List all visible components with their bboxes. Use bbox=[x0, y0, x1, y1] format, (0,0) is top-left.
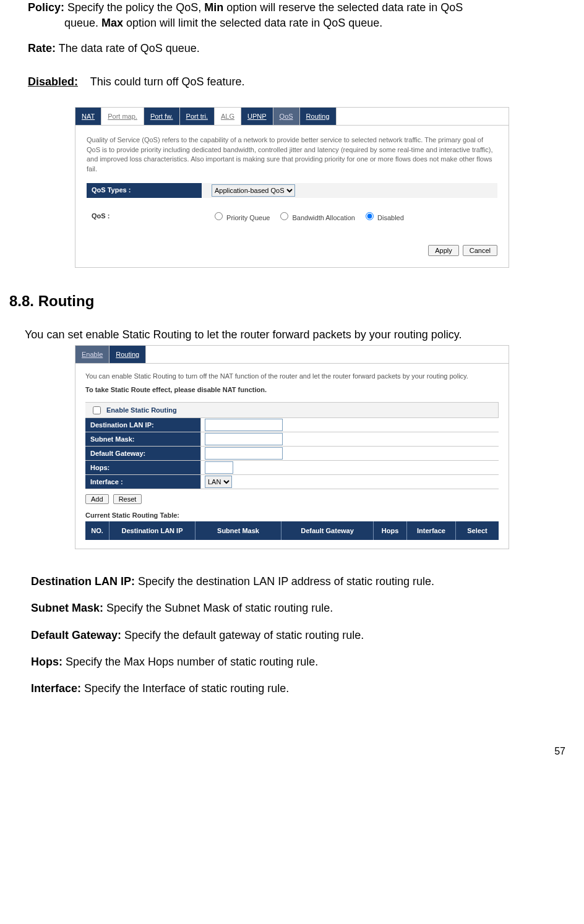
tab-routing[interactable]: Routing bbox=[300, 108, 337, 125]
radio-disabled[interactable]: Disabled bbox=[363, 210, 404, 223]
section-heading: 8.8. Routing bbox=[9, 293, 578, 310]
dest-lan-ip-input[interactable] bbox=[205, 419, 283, 431]
disabled-label: Disabled: bbox=[28, 75, 78, 88]
radio-priority[interactable]: Priority Queue bbox=[212, 210, 270, 223]
policy-label: Policy: bbox=[28, 1, 64, 14]
interface-definition: Interface: Specify the Interface of stat… bbox=[31, 681, 578, 696]
col-hops: Hops bbox=[374, 521, 407, 540]
min-bold: Min bbox=[204, 1, 223, 14]
subnet-mask-label: Subnet Mask: bbox=[85, 432, 201, 446]
radio-bandwidth-input[interactable] bbox=[280, 212, 288, 220]
policy-text-2: option will reserve the selected data ra… bbox=[223, 1, 463, 14]
routing-description: You can enable Static Routing to turn of… bbox=[85, 372, 499, 380]
col-no: NO. bbox=[85, 521, 110, 540]
interface-label: Interface : bbox=[85, 475, 201, 489]
disabled-definition: Disabled: This could turn off QoS featur… bbox=[28, 75, 578, 88]
hops-definition: Hops: Specify the Max Hops number of sta… bbox=[31, 654, 578, 670]
disabled-text: This could turn off QoS feature. bbox=[78, 75, 244, 88]
policy-line2-b: option will limit the selected data rate… bbox=[123, 17, 382, 29]
col-iface: Interface bbox=[407, 521, 456, 540]
tab-porttri[interactable]: Port tri. bbox=[180, 108, 215, 125]
subnet-definition: Subnet Mask: Specify the Subnet Mask of … bbox=[31, 601, 578, 616]
tab-routing-sub[interactable]: Routing bbox=[110, 346, 146, 363]
routing-note: To take Static Route effect, please disa… bbox=[85, 386, 499, 393]
tab-portfw[interactable]: Port fw. bbox=[144, 108, 180, 125]
cancel-button[interactable]: Cancel bbox=[463, 245, 497, 256]
apply-button[interactable]: Apply bbox=[428, 245, 459, 256]
col-dest: Destination LAN IP bbox=[110, 521, 195, 540]
section-intro: You can set enable Static Routing to let… bbox=[25, 328, 578, 341]
qos-types-label: QoS Types : bbox=[87, 183, 202, 198]
tab-upnp[interactable]: UPNP bbox=[241, 108, 273, 125]
add-button[interactable]: Add bbox=[85, 494, 109, 504]
default-gateway-input[interactable] bbox=[205, 447, 283, 460]
tab-alg[interactable]: ALG bbox=[215, 108, 241, 125]
dest-lan-ip-label: Destination LAN IP: bbox=[85, 418, 201, 432]
dest-definition: Destination LAN IP: Specify the destinat… bbox=[31, 574, 578, 589]
col-gateway: Default Gateway bbox=[281, 521, 374, 540]
qos-label: QoS : bbox=[87, 209, 202, 224]
routing-table-header: NO. Destination LAN IP Subnet Mask Defau… bbox=[85, 521, 499, 540]
policy-text-1: Specify the policy the QoS, bbox=[64, 1, 204, 14]
qos-description: Quality of Service (QoS) refers to the c… bbox=[87, 135, 497, 175]
hops-input[interactable] bbox=[205, 461, 233, 474]
reset-button[interactable]: Reset bbox=[113, 494, 142, 504]
enable-static-routing-label: Enable Static Routing bbox=[106, 406, 177, 414]
max-bold: Max bbox=[101, 17, 123, 29]
qos-screenshot: NAT Port map. Port fw. Port tri. ALG UPN… bbox=[6, 107, 578, 268]
current-table-title: Current Static Routing Table: bbox=[85, 511, 499, 519]
hops-label: Hops: bbox=[85, 461, 201, 474]
qos-types-select[interactable]: Application-based QoS bbox=[212, 184, 295, 197]
gateway-definition: Default Gateway: Specify the default gat… bbox=[31, 628, 578, 643]
col-subnet: Subnet Mask bbox=[195, 521, 281, 540]
routing-screenshot: Enable Routing You can enable Static Rou… bbox=[6, 345, 578, 549]
tab-nat[interactable]: NAT bbox=[75, 108, 101, 125]
radio-disabled-input[interactable] bbox=[366, 212, 374, 220]
enable-static-routing-checkbox[interactable] bbox=[93, 406, 101, 414]
radio-priority-input[interactable] bbox=[215, 212, 223, 220]
tab-qos[interactable]: QoS bbox=[273, 108, 300, 125]
col-select: Select bbox=[456, 521, 499, 540]
default-gateway-label: Default Gateway: bbox=[85, 447, 201, 460]
rate-text: The data rate of QoS queue. bbox=[56, 42, 200, 54]
policy-line2-a: queue. bbox=[64, 17, 101, 29]
rate-definition: Rate: The data rate of QoS queue. bbox=[28, 41, 578, 56]
page-number: 57 bbox=[6, 746, 565, 757]
subnet-mask-input[interactable] bbox=[205, 433, 283, 445]
policy-definition: Policy: Specify the policy the QoS, Min … bbox=[28, 0, 578, 31]
interface-select[interactable]: LAN bbox=[205, 476, 232, 488]
rate-label: Rate: bbox=[28, 42, 56, 54]
qos-tabbar: NAT Port map. Port fw. Port tri. ALG UPN… bbox=[75, 108, 509, 126]
tab-portmap[interactable]: Port map. bbox=[101, 108, 144, 125]
radio-bandwidth[interactable]: Bandwidth Allocation bbox=[277, 210, 355, 223]
routing-tabbar: Enable Routing bbox=[75, 346, 509, 364]
tab-enable[interactable]: Enable bbox=[75, 346, 110, 363]
